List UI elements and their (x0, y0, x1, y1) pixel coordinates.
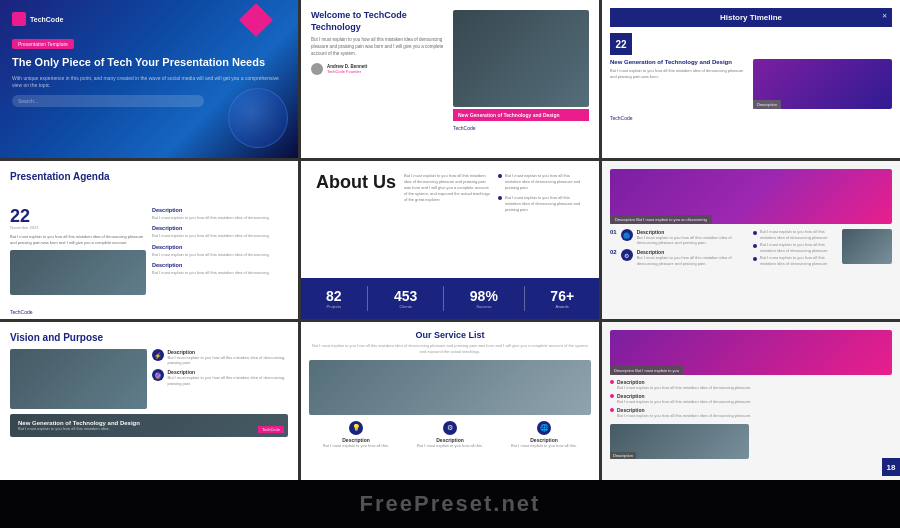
slide-panel-right-bottom: Description But I must explain to you De… (602, 322, 900, 480)
panel-img-desc-sub: But I must explain to you on discovering (636, 217, 707, 222)
about-col2: But I must explain to you how all this m… (498, 173, 584, 266)
bottom-date-badge: 18 (882, 458, 900, 476)
service-header-text: But I must explain to you how all this m… (309, 343, 591, 354)
stat-4: 76+ Awards (550, 288, 574, 309)
agenda-item: Description But I must explain to you ho… (152, 262, 288, 276)
author-name: Andrew D. Bennett (327, 64, 367, 69)
stat-divider (367, 286, 368, 311)
item-1-icon: 🔵 (621, 229, 633, 241)
stat-divider (524, 286, 525, 311)
vision-desc-2: 🔮 Description But I must explain to you … (152, 369, 289, 385)
service-title: Our Service List (309, 330, 591, 340)
stat-1-num: 82 (326, 288, 342, 304)
panel-bottom-top-img-overlay: Description But I must explain to you (610, 366, 683, 375)
right-dot (753, 231, 757, 235)
b-item-1-content: Description But I must explain to you ho… (617, 379, 751, 390)
search-placeholder: Search... (18, 98, 38, 104)
vision-desc-items: ⚡ Description But I must explain to you … (152, 349, 289, 409)
item-1-text: But I must explain to you how all this m… (637, 235, 749, 245)
agenda-item-2-title: Description (152, 225, 288, 231)
stat-4-label: Awards (550, 304, 574, 309)
agenda-item-3-text: But I must explain to you how all this m… (152, 252, 288, 258)
stat-4-num: 76+ (550, 288, 574, 304)
slide-desc: With unique experience in this point, an… (12, 75, 286, 89)
vision-bottom-badge: TechCode (258, 426, 284, 433)
panel-bot-image: Description (610, 424, 749, 459)
welcome-right: New Generation of Technology and Design … (453, 10, 589, 148)
slide-panel-right-top: Description But I must explain to you on… (602, 161, 900, 319)
item-2-num: 02 (610, 249, 617, 265)
welcome-brand: TechCode (453, 125, 589, 131)
watermark-suffix: .net (493, 491, 540, 516)
agenda-item: Description But I must explain to you ho… (152, 207, 288, 221)
b-dot-3 (610, 408, 614, 412)
panel-bottom-section: Description (610, 424, 892, 459)
slide-history-timeline: History Timeline ✕ 22 New Generation of … (602, 0, 900, 158)
b-dot-2 (610, 394, 614, 398)
vision-bottom: New Generation of Technology and Design … (10, 414, 288, 437)
timeline-title: History Timeline (720, 13, 782, 22)
slide-about-us: About Us But I must explain to you how a… (301, 161, 599, 319)
stat-2-num: 453 (394, 288, 417, 304)
welcome-image (453, 10, 589, 107)
panel-bottom-bullets: Description But I must explain to you ho… (610, 379, 892, 419)
agenda-item-1-text: But I must explain to you how all this m… (152, 215, 288, 221)
timeline-right: Description (753, 59, 892, 109)
svc-2-text: But I must explain to you how all this. (417, 443, 483, 448)
vision-desc-2-text: But I must explain to you how all this m… (168, 375, 289, 385)
b-dot-1 (610, 380, 614, 384)
agenda-date-label: November 2023 (10, 225, 146, 230)
about-bullet-1-text: But I must explain to you how all this m… (505, 173, 584, 191)
stat-3-label: Success (470, 304, 498, 309)
panel-top-image: Description But I must explain to you on… (610, 169, 892, 224)
slide-title: The Only Piece of Tech Your Presentation… (12, 55, 286, 69)
service-image-inner (309, 360, 591, 415)
slide-tag: Presentation Template (12, 39, 74, 49)
timeline-content: New Generation of Technology and Design … (610, 59, 892, 109)
panel-img-desc-label: Description (615, 217, 635, 222)
timeline-brand: TechCode (610, 115, 892, 121)
service-items: 💡 Description But I must explain to you … (309, 421, 591, 448)
b-item-3: Description But I must explain to you ho… (610, 407, 892, 418)
watermark-text: FreePreset.net (360, 491, 541, 517)
about-stats: 82 Projects 453 Clients 98% Success 76+ … (301, 278, 599, 319)
panel-right: But I must explain to you how all this m… (753, 229, 892, 270)
top-img-sub: But I must explain to you (635, 368, 679, 373)
svc-icon-2: ⚙ (443, 421, 457, 435)
right-bullet-2: But I must explain to you how all this m… (753, 242, 838, 255)
timeline-item-text: But I must explain to you how all this m… (610, 68, 749, 79)
welcome-title: Welcome to TechCode Technology (311, 10, 447, 33)
svc-item-3: 🌐 Description But I must explain to you … (511, 421, 577, 448)
right-bullet-3: But I must explain to you how all this m… (753, 255, 838, 268)
right-bullet-1-text: But I must explain to you how all this m… (760, 229, 838, 242)
author-info: Andrew D. Bennett TechCode Founder (327, 64, 367, 74)
bullet-dot (498, 174, 502, 178)
agenda-text: But I must explain to you how all this m… (10, 234, 146, 246)
timeline-date: 22 (610, 33, 632, 55)
watermark-brand: Preset (414, 491, 493, 516)
b-item-3-content: Description But I must explain to you ho… (617, 407, 751, 418)
b-1-text: But I must explain to you how all this m… (617, 385, 751, 390)
timeline-item-title: New Generation of Technology and Design (610, 59, 749, 65)
agenda-item: Description But I must explain to you ho… (152, 225, 288, 239)
agenda-item-4-text: But I must explain to you how all this m… (152, 270, 288, 276)
vision-image (10, 349, 147, 409)
item-1-content: Description But I must explain to you ho… (637, 229, 749, 245)
search-bar[interactable]: Search... (12, 95, 204, 107)
panel-bottom-top-img: Description But I must explain to you (610, 330, 892, 375)
panel-item-2: 02 ⚙ Description But I must explain to y… (610, 249, 749, 265)
agenda-item-4-title: Description (152, 262, 288, 268)
watermark: FreePreset.net (0, 480, 900, 528)
agenda-item-3-title: Description (152, 244, 288, 250)
welcome-body: But I must explain to you how all this m… (311, 37, 447, 57)
svc-item-2: ⚙ Description But I must explain to you … (417, 421, 483, 448)
stat-3-num: 98% (470, 288, 498, 304)
bullet-dot (498, 196, 502, 200)
svc-1-text: But I must explain to you how all this. (323, 443, 389, 448)
vision-icon-2: 🔮 (152, 369, 164, 381)
slide-techcode-hero: TechCode Presentation Template The Only … (0, 0, 298, 158)
right-dot (753, 257, 757, 261)
b-item-1: Description But I must explain to you ho… (610, 379, 892, 390)
b-item-2: Description But I must explain to you ho… (610, 393, 892, 404)
globe-graphic (228, 88, 288, 148)
